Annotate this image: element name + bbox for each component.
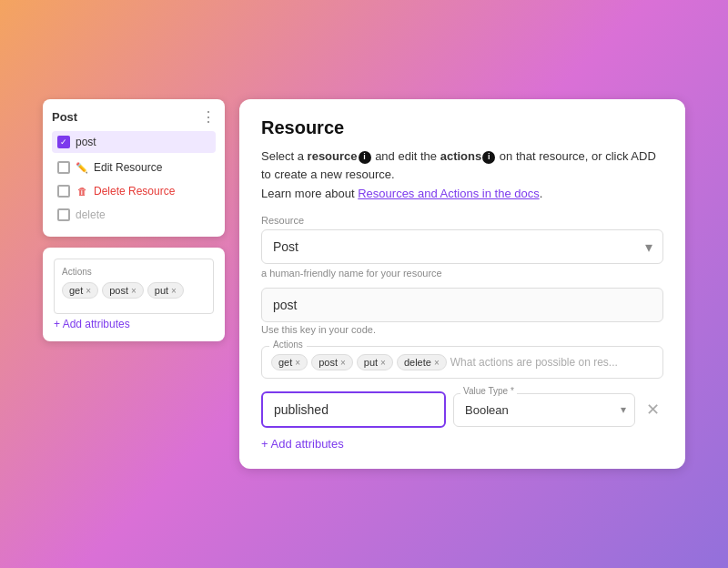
delete-resource-label: Delete Resource (94, 185, 175, 198)
left-add-attributes-label: + Add attributes (54, 318, 130, 330)
resource-field-label: Resource (261, 215, 663, 226)
left-tag-post-label: post (109, 285, 128, 296)
resource-key-input[interactable] (261, 288, 663, 322)
right-tag-delete[interactable]: delete × (397, 354, 447, 370)
main-container: Post ⋮ post ✏️ Edit Resource 🗑 Delete Re… (25, 81, 703, 487)
dots-icon[interactable]: ⋮ (201, 108, 216, 126)
right-tag-put[interactable]: put × (357, 354, 393, 370)
docs-link[interactable]: Resources and Actions in the docs (358, 187, 539, 200)
right-actions-inner: get × post × put × delete × What actions… (271, 354, 653, 370)
delete-plain-label: delete (76, 208, 106, 221)
right-tag-post[interactable]: post × (311, 354, 353, 370)
desc-part2: and edit the (372, 149, 440, 163)
add-attributes-button[interactable]: + Add attributes (261, 437, 663, 451)
resource-word: resource (308, 149, 358, 163)
actions-info-icon[interactable]: i (482, 151, 495, 164)
checkbox-checked-icon[interactable] (57, 136, 70, 148)
resource-panel: Resource Select a resourcei and edit the… (239, 99, 685, 469)
post-card: Post ⋮ post ✏️ Edit Resource 🗑 Delete Re… (43, 99, 225, 237)
right-tag-delete-label: delete (404, 357, 431, 368)
actions-fieldset-left: Actions get × post × put × (54, 259, 214, 314)
value-type-select[interactable]: Boolean String Number Date Object Array (453, 393, 635, 427)
delete-plain-item[interactable]: delete (52, 204, 216, 226)
attribute-row: Value Type * Boolean String Number Date … (261, 391, 663, 428)
right-tag-post-remove[interactable]: × (340, 358, 346, 368)
pencil-icon: ✏️ (76, 161, 88, 174)
right-tag-post-label: post (318, 357, 338, 368)
right-tag-put-remove[interactable]: × (380, 358, 386, 368)
left-tag-post[interactable]: post × (102, 282, 144, 299)
right-tag-get-label: get (278, 357, 292, 368)
left-tag-post-remove[interactable]: × (131, 286, 136, 296)
checkbox-unchecked-edit (57, 161, 70, 174)
post-item[interactable]: post (52, 131, 216, 153)
right-actions-fieldset: Actions get × post × put × delete × (261, 346, 663, 379)
attribute-name-input[interactable] (261, 391, 446, 428)
left-tag-put-remove[interactable]: × (171, 286, 177, 296)
post-card-title: Post (52, 110, 77, 124)
trash-icon: 🗑 (76, 185, 88, 198)
right-actions-legend: Actions (269, 340, 307, 350)
value-type-wrapper: Value Type * Boolean String Number Date … (453, 393, 635, 427)
delete-resource-item[interactable]: 🗑 Delete Resource (52, 180, 216, 202)
right-actions-placeholder[interactable]: What actions are possible on res... (450, 356, 618, 369)
docs-period: . (540, 187, 543, 200)
left-tag-put-label: put (155, 285, 168, 296)
add-attributes-label: + Add attributes (261, 437, 344, 451)
resource-select-wrapper: Post ▾ (261, 229, 663, 264)
checkbox-unchecked-plain (57, 208, 70, 221)
desc-part1: Select a (261, 149, 308, 163)
left-add-attributes-link[interactable]: + Add attributes (54, 318, 214, 330)
resource-hint: a human-friendly name for your resource (261, 268, 663, 279)
attribute-remove-button[interactable]: ✕ (642, 396, 663, 423)
right-tag-put-label: put (364, 357, 378, 368)
actions-legend-label: Actions (62, 267, 206, 277)
left-tag-get-label: get (69, 285, 83, 296)
right-tag-get-remove[interactable]: × (295, 358, 300, 368)
post-item-label: post (76, 136, 96, 148)
resource-description: Select a resourcei and edit the actionsi… (261, 147, 663, 183)
key-hint: Use this key in your code. (261, 324, 663, 335)
left-column: Post ⋮ post ✏️ Edit Resource 🗑 Delete Re… (43, 99, 225, 341)
right-tag-get[interactable]: get × (271, 354, 308, 370)
actions-word: actions (440, 149, 482, 163)
left-tag-get[interactable]: get × (62, 282, 98, 299)
checkbox-unchecked-delete (57, 185, 70, 198)
post-card-header: Post ⋮ (52, 108, 216, 126)
resource-info-icon[interactable]: i (359, 151, 371, 164)
left-tag-get-remove[interactable]: × (86, 286, 91, 296)
resource-select[interactable]: Post (261, 229, 663, 264)
edit-resource-label: Edit Resource (94, 161, 162, 174)
edit-resource-item[interactable]: ✏️ Edit Resource (52, 157, 216, 178)
actions-card: Actions get × post × put × (43, 248, 225, 341)
left-tag-put[interactable]: put × (147, 282, 184, 299)
left-tags-row: get × post × put × (62, 282, 206, 299)
docs-line-text: Learn more about (261, 187, 358, 200)
resource-panel-title: Resource (261, 117, 663, 138)
docs-line: Learn more about Resources and Actions i… (261, 187, 663, 200)
value-type-label: Value Type * (460, 386, 517, 396)
right-tag-delete-remove[interactable]: × (434, 358, 440, 368)
